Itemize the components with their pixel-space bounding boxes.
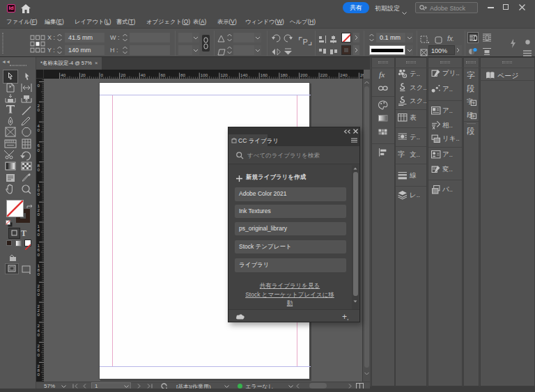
svg-text:260: 260	[360, 72, 364, 77]
svg-text:段: 段	[467, 84, 474, 93]
svg-text:0: 0	[38, 148, 40, 152]
svg-text:0: 0	[38, 272, 40, 276]
svg-text:40: 40	[141, 72, 146, 77]
svg-text:0: 0	[38, 372, 40, 377]
svg-text:20: 20	[81, 72, 86, 77]
svg-text:0: 0	[38, 107, 40, 112]
svg-text:fx: fx	[379, 70, 385, 79]
svg-text:120: 120	[220, 72, 228, 77]
svg-text:160: 160	[261, 72, 268, 77]
svg-text:60: 60	[160, 72, 165, 77]
svg-text:180: 180	[280, 72, 288, 77]
svg-text:0: 0	[38, 232, 40, 237]
svg-text:0: 0	[38, 127, 40, 132]
svg-text:200: 200	[300, 72, 308, 77]
svg-text:字: 字	[467, 71, 475, 79]
svg-text:0: 0	[101, 72, 104, 77]
svg-text:0: 0	[38, 191, 40, 196]
svg-text:40: 40	[61, 72, 65, 77]
svg-text:220: 220	[320, 72, 328, 77]
svg-text:段: 段	[467, 127, 474, 135]
svg-text:20: 20	[121, 72, 125, 77]
svg-text:100: 100	[201, 72, 208, 77]
svg-text:140: 140	[240, 72, 248, 77]
svg-text:240: 240	[340, 72, 348, 77]
svg-text:0: 0	[38, 167, 40, 172]
svg-text:0: 0	[38, 332, 40, 337]
svg-text:0: 0	[38, 212, 40, 217]
svg-text:0: 0	[38, 83, 40, 88]
svg-text:段: 段	[467, 111, 474, 118]
svg-text:0: 0	[38, 252, 40, 257]
svg-text:字: 字	[398, 150, 405, 158]
svg-text:0: 0	[38, 312, 40, 317]
svg-text:字: 字	[467, 98, 473, 105]
svg-text:0: 0	[38, 292, 40, 297]
svg-text:0: 0	[38, 352, 40, 357]
svg-text:80: 80	[180, 72, 185, 77]
